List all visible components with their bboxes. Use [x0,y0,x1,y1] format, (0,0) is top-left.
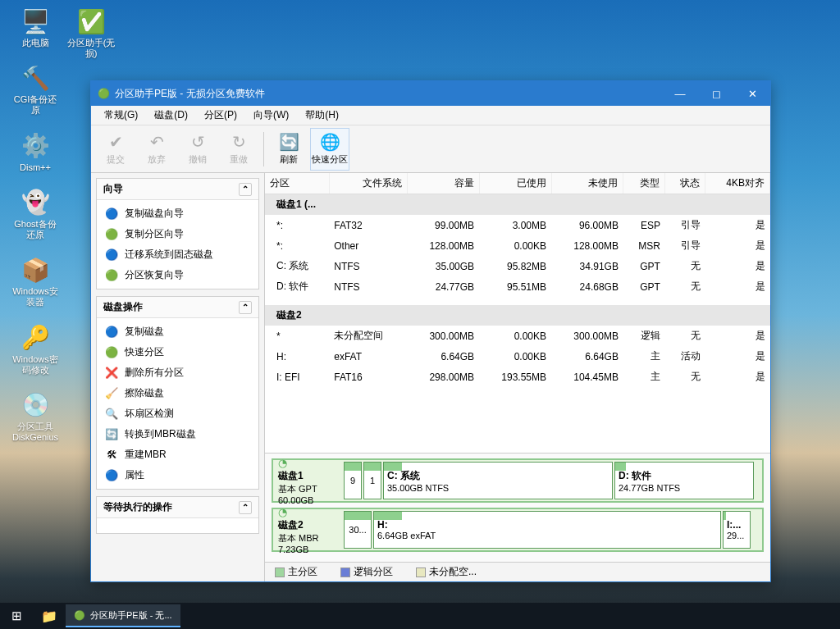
taskbar: ⊞ 📁 🟢 分区助手PE版 - 无... [0,603,840,629]
partition-segment[interactable]: 30... [344,511,372,549]
ghost-icon[interactable]: 👻Ghost备份还原 [10,188,61,240]
sidebar-item[interactable]: 🧹擦除磁盘 [97,383,258,403]
table-row[interactable]: *未分配空间300.00MB0.00KB300.00MB逻辑无是 [265,326,770,346]
wizard-title: 向导 [103,182,123,196]
refresh-button[interactable]: 🔄刷新 [269,128,308,171]
win-installer-icon[interactable]: 📦Windows安装器 [10,255,61,308]
this-pc-icon[interactable]: 🖥️此电脑 [10,7,61,48]
partition-segment[interactable]: D: 软件24.77GB NTFS [614,462,754,499]
table-row[interactable]: H:exFAT6.64GB0.00KB6.64GB主活动是 [265,346,770,367]
column-header[interactable]: 状态 [665,173,705,194]
sidebar-item[interactable]: ❌删除所有分区 [97,362,258,383]
app-icon: 🟢 [98,88,110,99]
sidebar-item[interactable]: 🔵属性 [97,465,258,485]
table-row[interactable]: C: 系统NTFS35.00GB95.82MB34.91GBGPT无是 [265,256,770,276]
cgi-backup-icon[interactable]: 🔨CGI备份还原 [10,63,61,116]
partition-segment[interactable]: H:6.64GB exFAT [373,511,721,549]
win-pwd-icon[interactable]: 🔑Windows密码修改 [10,323,61,376]
collapse-button[interactable]: ⌃ [239,183,252,196]
menu-item[interactable]: 帮助(H) [297,106,347,125]
close-button[interactable]: ✕ [734,81,770,106]
sidebar: 向导⌃ 🔵复制磁盘向导🟢复制分区向导🔵迁移系统到固态磁盘🟢分区恢复向导 磁盘操作… [91,173,265,581]
pending-title: 等待执行的操作 [103,500,172,514]
column-header[interactable]: 分区 [265,173,329,194]
menu-item[interactable]: 分区(P) [196,106,245,125]
sidebar-item[interactable]: 🔵复制磁盘向导 [97,203,258,224]
sidebar-item[interactable]: 🔄转换到MBR磁盘 [97,424,258,444]
table-row[interactable]: I: EFIFAT16298.00MB193.55MB104.45MB主无是 [265,367,770,387]
maximize-button[interactable]: ◻ [698,81,734,106]
menu-item[interactable]: 磁盘(D) [146,106,196,125]
partition-segment[interactable]: 1 [363,462,381,499]
legend-item: 逻辑分区 [340,565,393,579]
table-row[interactable]: *:Other128.00MB0.00KB128.00MBMSR引导是 [265,235,770,256]
sidebar-item[interactable]: 🛠重建MBR [97,444,258,465]
column-header[interactable]: 容量 [407,173,479,194]
sidebar-item[interactable]: 🔍坏扇区检测 [97,403,258,424]
column-header[interactable]: 类型 [623,173,665,194]
disk-diagram: ◔ 磁盘1基本 GPT60.00GB91C: 系统35.00GB NTFSD: … [265,453,770,562]
file-explorer-icon[interactable]: 📁 [33,603,66,629]
wizard-panel: 向导⌃ 🔵复制磁盘向导🟢复制分区向导🔵迁移系统到固态磁盘🟢分区恢复向导 [96,178,259,289]
quick-part-button[interactable]: 🌐快速分区 [310,128,349,171]
diskops-title: 磁盘操作 [103,300,143,314]
legend: 主分区逻辑分区未分配空... [265,562,770,581]
redo-button[interactable]: ↻重做 [219,128,258,171]
window-title: 分区助手PE版 - 无损分区免费软件 [115,87,265,101]
disk2-bar[interactable]: ◔ 磁盘2基本 MBR7.23GB30...H:6.64GB exFATI:..… [272,508,764,552]
table-row[interactable]: *:FAT3299.00MB3.00MB96.00MBESP引导是 [265,215,770,235]
legend-item: 主分区 [275,565,317,579]
disk1-bar[interactable]: ◔ 磁盘1基本 GPT60.00GB91C: 系统35.00GB NTFSD: … [272,458,764,503]
sidebar-item[interactable]: 🟢分区恢复向导 [97,265,258,285]
dism-icon[interactable]: ⚙️Dism++ [10,131,61,173]
partition-segment[interactable]: C: 系统35.00GB NTFS [383,462,613,499]
partition-segment[interactable]: 9 [344,462,362,499]
diskops-panel: 磁盘操作⌃ 🔵复制磁盘🟢快速分区❌删除所有分区🧹擦除磁盘🔍坏扇区检测🔄转换到MB… [96,296,259,490]
titlebar[interactable]: 🟢 分区助手PE版 - 无损分区免费软件 — ◻ ✕ [91,81,770,106]
app-icon: 🟢 [74,610,85,621]
collapse-button[interactable]: ⌃ [239,501,252,514]
toolbar: ✔提交↶放弃↺撤销↻重做🔄刷新🌐快速分区 [91,125,770,173]
sidebar-item[interactable]: 🟢复制分区向导 [97,224,258,244]
start-button[interactable]: ⊞ [0,603,33,629]
disk-group[interactable]: 磁盘1 (... [265,194,770,216]
legend-item: 未分配空... [416,565,477,579]
main-pane: 分区文件系统容量已使用未使用类型状态4KB对齐 磁盘1 (...*:FAT329… [265,173,770,581]
partition-assistant-di-icon[interactable]: ✅分区助手(无损) [66,7,116,59]
partition-segment[interactable]: I:...29... [723,511,751,549]
menu-item[interactable]: 向导(W) [245,106,297,125]
undo-button[interactable]: ↺撤销 [178,128,217,171]
disk-group[interactable]: 磁盘2 [265,305,770,326]
menubar: 常规(G)磁盘(D)分区(P)向导(W)帮助(H) [91,106,770,125]
pending-panel: 等待执行的操作⌃ [96,496,259,534]
minimize-button[interactable]: — [662,81,698,106]
discard-button[interactable]: ↶放弃 [137,128,176,171]
column-header[interactable]: 文件系统 [329,173,407,194]
menu-item[interactable]: 常规(G) [96,106,146,125]
collapse-button[interactable]: ⌃ [239,301,252,314]
sidebar-item[interactable]: 🟢快速分区 [97,342,258,362]
commit-button[interactable]: ✔提交 [96,128,135,171]
column-header[interactable]: 4KB对齐 [705,173,770,194]
taskbar-app[interactable]: 🟢 分区助手PE版 - 无... [66,604,180,627]
table-row[interactable]: D: 软件NTFS24.77GB95.51MB24.68GBGPT无是 [265,276,770,297]
sidebar-item[interactable]: 🔵复制磁盘 [97,321,258,342]
diskgenius-icon[interactable]: 💿分区工具DiskGenius [10,390,61,443]
app-window: 🟢 分区助手PE版 - 无损分区免费软件 — ◻ ✕ 常规(G)磁盘(D)分区(… [90,80,771,582]
sidebar-item[interactable]: 🔵迁移系统到固态磁盘 [97,244,258,265]
column-header[interactable]: 已使用 [479,173,551,194]
partition-table[interactable]: 分区文件系统容量已使用未使用类型状态4KB对齐 磁盘1 (...*:FAT329… [265,173,770,387]
column-header[interactable]: 未使用 [551,173,623,194]
